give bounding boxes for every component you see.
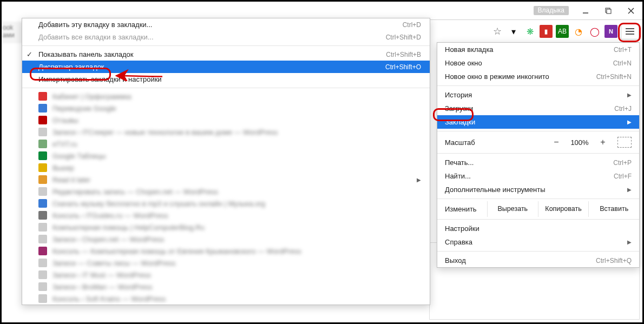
separator (22, 88, 430, 88)
minimize-button[interactable] (574, 3, 597, 18)
chevron-right-icon: ▶ (627, 239, 632, 245)
menu-label: Новое окно (445, 59, 482, 67)
shortcut-text: Ctrl+N (613, 59, 632, 67)
menu-exit[interactable]: Выход Ctrl+Shift+Q (437, 254, 639, 267)
favicon (38, 92, 47, 101)
favicon (38, 247, 47, 255)
bookmark-item[interactable]: Записи ‹ Chopen.net — WordPress (22, 233, 430, 245)
submenu-add-page[interactable]: Добавить эту вкладку в закладки... Ctrl+… (22, 18, 430, 31)
favicon (38, 151, 47, 160)
maximize-button[interactable] (597, 3, 620, 18)
bookmark-item[interactable]: Компьютерная помощь | HelpComputerBlog.R… (22, 221, 430, 233)
bookmark-item[interactable]: Кабинет | Орфограммка (22, 90, 430, 102)
menu-incognito[interactable]: Новое окно в режиме инкогнито Ctrl+Shift… (437, 70, 639, 83)
extension-onenote-icon[interactable]: N (604, 25, 617, 38)
copy-button[interactable]: Копировать (538, 201, 589, 217)
bookmark-item[interactable]: Консоль — Компьютерная помощь от Евгения… (22, 245, 430, 257)
bookmark-item[interactable]: eTXT.ru (22, 138, 430, 150)
bookmark-title: Скачать музыку бесплатно в mp3 и слушать… (52, 200, 421, 208)
bookmark-star-icon[interactable]: ☆ (491, 25, 504, 38)
menu-help[interactable]: Справка ▶ (437, 235, 639, 249)
bookmark-item[interactable]: Google Таблицы (22, 150, 430, 162)
bookmark-title: Кабинет | Орфограммка (52, 92, 421, 101)
fullscreen-button[interactable] (617, 137, 632, 148)
menu-downloads[interactable]: Загрузки Ctrl+J (437, 102, 639, 115)
menu-print[interactable]: Печать... Ctrl+P (437, 156, 639, 169)
zoom-in-button[interactable]: + (596, 136, 610, 148)
menu-label: Новая вкладка (445, 45, 494, 54)
menu-label: История (445, 91, 472, 99)
extension-pocket-icon[interactable]: ▾ (507, 25, 520, 38)
separator (437, 251, 639, 252)
bookmark-item[interactable]: Вьюер (22, 162, 430, 174)
submenu-show-bar[interactable]: ✓ Показывать панель закладок Ctrl+Shift+… (22, 48, 430, 61)
favicon (38, 187, 47, 196)
paste-button[interactable]: Вставить (588, 201, 639, 217)
bookmark-item[interactable]: Записи ‹ IT Must — WordPress (22, 269, 430, 281)
bookmark-item[interactable]: Записи — Советы лисы — WordPress (22, 257, 430, 269)
favicon (38, 104, 47, 113)
separator (437, 153, 639, 154)
favicon (38, 175, 47, 184)
bookmark-title: Записи ‹ ITCreeper — новые технологии в … (52, 128, 421, 136)
bookmark-item[interactable]: Read it later▶ (22, 174, 430, 186)
main-menu: Новая вкладка Ctrl+T Новое окно Ctrl+N Н… (437, 42, 640, 268)
favicon (38, 282, 47, 291)
bookmark-title: Консоль ‹ ITGuides.ru — WordPress (52, 211, 421, 220)
user-badge[interactable]: Владыка (534, 6, 569, 15)
favicon (38, 128, 47, 136)
bookmark-item[interactable]: Записи ‹ BroMan — WordPress (22, 281, 430, 293)
menu-find[interactable]: Найти... Ctrl+F (437, 169, 639, 183)
bookmark-title: eTXT.ru (52, 140, 421, 148)
menu-settings[interactable]: Настройки (437, 222, 639, 235)
menu-new-window[interactable]: Новое окно Ctrl+N (437, 56, 639, 70)
bookmark-title: Google Таблицы (52, 152, 421, 160)
menu-hamburger-button[interactable] (621, 23, 639, 39)
extension-adblock-icon[interactable]: AB (556, 25, 569, 38)
zoom-out-button[interactable]: − (549, 136, 563, 148)
menu-history[interactable]: История ▶ (437, 88, 639, 102)
extension-generic-icon[interactable]: ◔ (572, 25, 585, 38)
menu-new-tab[interactable]: Новая вкладка Ctrl+T (437, 43, 639, 56)
submenu-import[interactable]: Импортировать закладки и настройки (22, 73, 430, 85)
page-fragment: ookами (2, 22, 23, 43)
menu-label: Выход (445, 256, 466, 265)
separator (437, 131, 639, 131)
bookmark-item[interactable]: Записи ‹ ITCreeper — новые технологии в … (22, 126, 430, 138)
favicon (38, 259, 47, 267)
bookmarks-submenu: Добавить эту вкладку в закладки... Ctrl+… (22, 18, 430, 305)
submenu-bookmark-manager[interactable]: Диспетчер закладок Ctrl+Shift+O (22, 61, 430, 73)
submenu-label: Импортировать закладки и настройки (38, 75, 162, 83)
zoom-value: 100% (568, 138, 592, 147)
favicon (38, 235, 47, 243)
bookmark-title: Редактировать запись — Chopen.net — Word… (52, 188, 421, 196)
edit-label: Изменить (437, 201, 487, 217)
extension-lastpass-icon[interactable]: ▮ (540, 25, 553, 38)
bookmark-item[interactable]: Переводчик Google (22, 102, 430, 114)
menu-label: Справка (445, 238, 472, 246)
toolbar: ☆ ▾ ❋ ▮ AB ◔ ◯ N (480, 20, 642, 43)
menu-label: Настройки (445, 224, 479, 233)
menu-bookmarks[interactable]: Закладки ▶ (437, 115, 639, 129)
submenu-label: Показывать панель закладок (38, 50, 134, 58)
bookmark-item[interactable]: Консоль ‹ Soft Krains — WordPress (22, 293, 430, 305)
chevron-right-icon: ▶ (627, 119, 632, 125)
close-button[interactable] (620, 3, 642, 18)
favicon (38, 270, 47, 279)
menu-label: Дополнительные инструменты (445, 186, 546, 194)
extension-opera-icon[interactable]: ◯ (588, 25, 601, 38)
shortcut-text: Ctrl+P (613, 159, 632, 167)
bookmark-item[interactable]: Скачать музыку бесплатно в mp3 и слушать… (22, 197, 430, 209)
separator (22, 45, 430, 46)
bookmark-item[interactable]: Редактировать запись — Chopen.net — Word… (22, 186, 430, 197)
menu-edit-row: Изменить Вырезать Копировать Вставить (437, 201, 639, 217)
cut-button[interactable]: Вырезать (487, 201, 538, 217)
shortcut-text: Ctrl+Shift+O (385, 63, 421, 71)
menu-label: Новое окно в режиме инкогнито (445, 72, 549, 81)
menu-more-tools[interactable]: Дополнительные инструменты ▶ (437, 183, 639, 196)
extension-evernote-icon[interactable]: ❋ (523, 25, 536, 38)
bookmark-item[interactable]: Отзывы (22, 114, 430, 126)
check-icon: ✓ (27, 50, 32, 58)
bookmark-item[interactable]: Консоль ‹ ITGuides.ru — WordPress (22, 209, 430, 221)
separator (437, 199, 639, 199)
